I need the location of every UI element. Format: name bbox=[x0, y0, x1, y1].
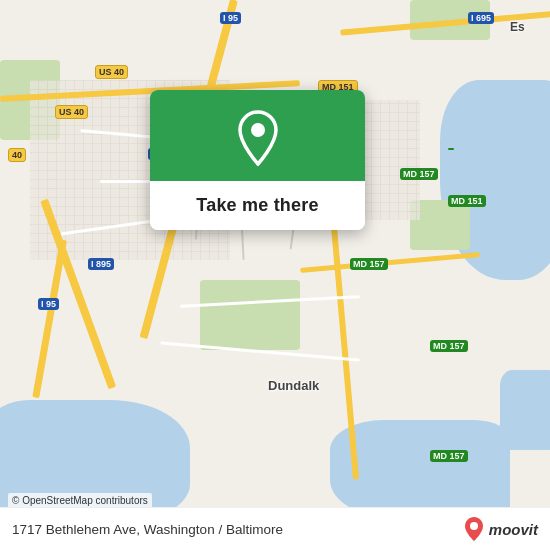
label-md157-2: MD 157 bbox=[350, 258, 388, 270]
water-mid bbox=[500, 370, 550, 450]
map-container: US 40 US 40 40 MD 151 I 95 I 895 I 95 I … bbox=[0, 0, 550, 550]
take-me-there-button[interactable]: Take me there bbox=[150, 181, 365, 230]
label-i95-north: I 95 bbox=[220, 12, 241, 24]
label-40-left: 40 bbox=[8, 148, 26, 162]
svg-point-1 bbox=[470, 522, 478, 530]
popup-card: Take me there bbox=[150, 90, 365, 230]
label-md157-4: MD 157 bbox=[430, 450, 468, 462]
green-park-4 bbox=[200, 280, 300, 350]
label-i95-sw: I 95 bbox=[38, 298, 59, 310]
osm-attribution: © OpenStreetMap contributors bbox=[8, 493, 152, 508]
label-md157-1: MD 157 bbox=[400, 168, 438, 180]
label-i895: I 895 bbox=[88, 258, 114, 270]
label-dundalk: Dundalk bbox=[268, 378, 319, 393]
address-label: 1717 Bethlehem Ave, Washington / Baltimo… bbox=[12, 522, 283, 537]
moovit-logo: moovit bbox=[463, 516, 538, 542]
bottom-bar: 1717 Bethlehem Ave, Washington / Baltimo… bbox=[0, 507, 550, 550]
label-us40-2: US 40 bbox=[55, 105, 88, 119]
label-md157-3: MD 157 bbox=[430, 340, 468, 352]
label-us40-1: US 40 bbox=[95, 65, 128, 79]
osm-text: © OpenStreetMap contributors bbox=[12, 495, 148, 506]
label-es: Es bbox=[510, 20, 525, 34]
label-md151-top: MD 151 bbox=[448, 195, 486, 207]
location-pin-icon bbox=[234, 110, 282, 166]
moovit-pin-icon bbox=[463, 516, 485, 542]
popup-header bbox=[150, 90, 365, 181]
svg-point-0 bbox=[251, 123, 265, 137]
moovit-text: moovit bbox=[489, 521, 538, 538]
label-i695: I 695 bbox=[468, 12, 494, 24]
label-md151-2 bbox=[448, 148, 454, 150]
